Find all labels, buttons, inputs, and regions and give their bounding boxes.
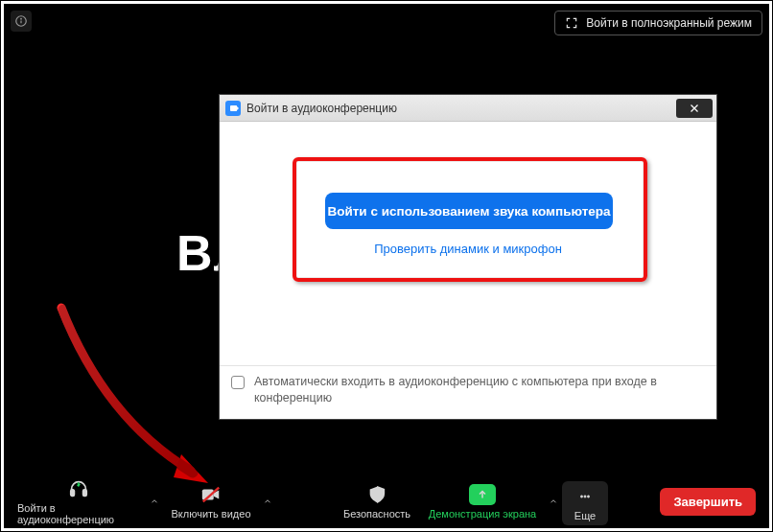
join-audio-label: Войти в аудиоконференцию [17,502,140,525]
more-button[interactable]: Еще [562,481,608,525]
svg-rect-7 [83,489,87,495]
share-screen-icon [469,484,496,505]
video-off-icon [199,484,223,505]
security-label: Безопасность [343,508,410,520]
svg-point-12 [587,495,589,497]
svg-point-2 [21,18,22,19]
annotation-arrow [47,303,229,495]
close-icon [689,103,700,114]
info-button[interactable] [11,11,32,32]
shield-icon [366,484,387,505]
audio-options-caret[interactable] [146,474,163,528]
svg-point-11 [584,495,586,497]
audio-join-dialog: Войти в аудиоконференцию Войти с использ… [219,94,717,420]
end-meeting-label: Завершить [673,495,742,509]
share-screen-label: Демонстрация экрана [429,508,536,520]
share-options-caret[interactable] [545,474,562,528]
start-video-label: Включить видео [171,508,250,520]
more-horizontal-icon [574,486,597,507]
security-button[interactable]: Безопасность [334,480,420,523]
video-options-caret[interactable] [259,474,276,528]
arrow-up-icon [477,489,488,500]
share-screen-button[interactable]: Демонстрация экрана [420,480,545,523]
start-video-button[interactable]: Включить видео [163,480,259,523]
enter-fullscreen-button[interactable]: Войти в полноэкранный режим [554,11,762,35]
chevron-up-icon [150,497,159,506]
dialog-titlebar[interactable]: Войти в аудиоконференцию [220,95,716,122]
auto-join-audio-checkbox[interactable] [231,376,245,389]
join-with-computer-audio-button[interactable]: Войти с использованием звука компьютера [325,193,613,229]
info-icon [14,14,28,28]
dialog-footer: Автоматически входить в аудиоконференцию… [220,365,716,419]
chevron-up-icon [549,497,558,506]
auto-join-audio-label: Автоматически входить в аудиоконференцию… [254,374,705,406]
join-with-computer-audio-label: Войти с использованием звука компьютера [327,204,610,219]
dialog-close-button[interactable] [676,99,713,118]
dialog-title: Войти в аудиоконференцию [246,102,397,115]
zoom-logo-icon [225,101,241,116]
enter-fullscreen-label: Войти в полноэкранный режим [586,16,752,30]
headphones-icon [66,478,91,499]
join-audio-button[interactable]: Войти в аудиоконференцию [12,474,146,529]
end-meeting-button[interactable]: Завершить [660,488,756,516]
more-label: Еще [574,510,596,521]
meeting-stage: Войти в полноэкранный режим Вл Войти в а… [4,4,769,528]
meeting-toolbar: Войти в аудиоконференцию Включить видео [4,474,769,528]
chevron-up-icon [263,497,272,506]
svg-rect-6 [71,489,75,495]
fullscreen-icon [565,16,578,30]
svg-point-10 [580,495,582,497]
test-speaker-mic-link[interactable]: Проверить динамик и микрофон [220,242,716,256]
